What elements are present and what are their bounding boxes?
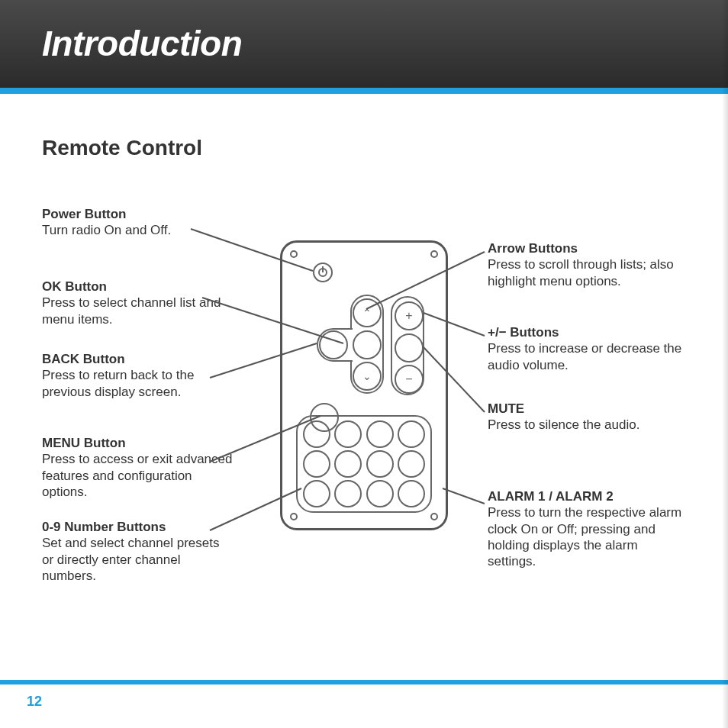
number-pad	[296, 415, 432, 513]
screw-icon	[290, 513, 298, 520]
number-button-icon	[366, 420, 394, 448]
remote-illustration: ⌃ ⌄ + −	[280, 240, 448, 530]
label-mute: MUTE Press to silence the audio.	[488, 401, 639, 433]
section-title: Remote Control	[42, 136, 686, 160]
arrow-up-button-icon: ⌃	[353, 298, 382, 327]
screw-icon	[430, 250, 438, 258]
minus-icon: −	[405, 372, 412, 386]
label-desc: Set and select channel presets or direct…	[42, 535, 233, 584]
number-button-icon	[398, 450, 425, 478]
footer-accent-bar	[0, 680, 728, 685]
label-desc: Press to scroll through lists; also high…	[488, 256, 686, 289]
number-button-icon	[334, 450, 362, 478]
number-button-icon	[398, 420, 425, 448]
label-menu: MENU Button Press to access or exit adva…	[42, 435, 233, 500]
label-desc: Turn radio On and Off.	[42, 222, 171, 238]
accent-bar	[0, 88, 728, 94]
power-button-icon	[313, 263, 333, 282]
label-title: MENU Button	[42, 435, 233, 451]
label-ok: OK Button Press to select channel list a…	[42, 279, 233, 327]
back-button-icon	[319, 330, 348, 359]
screw-icon	[290, 250, 298, 258]
label-title: Arrow Buttons	[488, 240, 686, 256]
remote-body: ⌃ ⌄ + −	[280, 240, 448, 530]
label-title: Power Button	[42, 206, 171, 222]
label-power: Power Button Turn radio On and Off.	[42, 206, 171, 239]
plus-icon: +	[405, 309, 412, 323]
plus-button-icon: +	[395, 301, 424, 330]
page-title: Introduction	[42, 23, 728, 64]
label-title: 0-9 Number Buttons	[42, 519, 233, 535]
label-desc: Press to silence the audio.	[488, 417, 639, 433]
page-number: 12	[0, 694, 728, 710]
label-arrow: Arrow Buttons Press to scroll through li…	[488, 240, 686, 289]
label-alarm: ALARM 1 / ALARM 2 Press to turn the resp…	[488, 488, 686, 569]
svg-line-8	[443, 488, 485, 504]
label-title: ALARM 1 / ALARM 2	[488, 488, 686, 504]
minus-button-icon: −	[395, 365, 424, 394]
number-button-icon	[334, 420, 362, 448]
label-title: BACK Button	[42, 351, 233, 367]
label-desc: Press to increase or decrease the audio …	[488, 340, 686, 373]
arrow-down-button-icon: ⌄	[353, 362, 382, 391]
ok-button-icon	[353, 330, 382, 359]
page-shadow	[722, 0, 728, 728]
label-desc: Press to access or exit advanced feature…	[42, 451, 233, 500]
chevron-down-icon: ⌄	[362, 371, 372, 382]
remote-diagram: Power Button Turn radio On and Off. OK B…	[42, 206, 686, 633]
label-title: +/− Buttons	[488, 324, 686, 340]
chevron-up-icon: ⌃	[362, 308, 372, 318]
label-title: MUTE	[488, 401, 639, 417]
number-button-icon	[303, 420, 330, 448]
label-desc: Press to select channel list and menu it…	[42, 295, 233, 327]
page-footer: 12	[0, 680, 728, 710]
number-button-icon	[334, 480, 362, 507]
number-button-icon	[303, 450, 330, 478]
label-back: BACK Button Press to return back to the …	[42, 351, 233, 400]
label-desc: Press to return back to the previous dis…	[42, 367, 233, 400]
content-area: Remote Control Power Button Turn radio O…	[0, 94, 728, 633]
label-numbers: 0-9 Number Buttons Set and select channe…	[42, 519, 233, 584]
dpad-cluster: ⌃ ⌄	[330, 295, 399, 394]
label-plusminus: +/− Buttons Press to increase or decreas…	[488, 324, 686, 373]
number-button-icon	[366, 450, 394, 478]
number-button-icon	[366, 480, 394, 507]
number-button-icon	[303, 480, 330, 507]
page-header: Introduction	[0, 0, 728, 88]
label-desc: Press to turn the respective alarm clock…	[488, 504, 686, 569]
screw-icon	[430, 513, 438, 520]
mute-button-icon	[395, 333, 424, 362]
number-button-icon	[398, 480, 425, 507]
power-icon	[318, 268, 327, 277]
label-title: OK Button	[42, 279, 233, 295]
volume-cluster: + −	[391, 296, 424, 395]
